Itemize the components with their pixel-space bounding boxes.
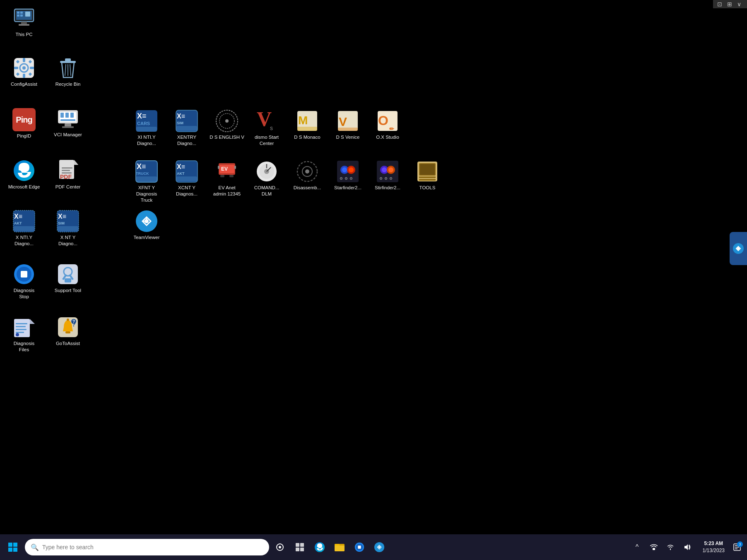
icon-starfinder1[interactable]: ⚙ ⚙ ⚙ Starfinder2... xyxy=(328,157,368,193)
svg-text:X≡: X≡ xyxy=(58,213,66,220)
clock-time: 5:23 AM xyxy=(704,540,723,547)
icon-recycle-bin[interactable]: Recycle Bin xyxy=(48,54,88,90)
task-view-button[interactable] xyxy=(271,538,289,556)
icon-diagnosis-files-label: DiagnosisFiles xyxy=(14,340,35,353)
search-bar[interactable]: 🔍 xyxy=(25,539,269,555)
icon-support-tool-label: Support Tool xyxy=(55,287,81,294)
svg-rect-126 xyxy=(16,329,27,330)
svg-rect-13 xyxy=(23,74,25,78)
icon-ds-venice[interactable]: V D S Venice xyxy=(328,107,368,143)
icon-ds-english-label: D S ENGLISH V xyxy=(210,134,244,140)
icon-support-tool[interactable]: Support Tool xyxy=(48,260,88,296)
svg-marker-123 xyxy=(30,319,35,324)
icon-ds-english[interactable]: D S ENGLISH V xyxy=(207,107,247,143)
icon-disassemb[interactable]: Disassemb... xyxy=(287,157,327,193)
icon-config-assist[interactable]: ConfigAssist xyxy=(4,54,44,90)
search-input[interactable] xyxy=(42,544,263,550)
icon-ox-studio-label: O.X Studio xyxy=(376,134,399,140)
svg-point-157 xyxy=(378,546,381,548)
icon-comando-label: COMAND...DLM xyxy=(254,185,280,197)
svg-rect-97 xyxy=(420,164,435,175)
svg-text:O: O xyxy=(378,113,388,128)
icon-tools-label: TOOLS xyxy=(419,185,436,191)
svg-rect-125 xyxy=(16,326,26,327)
svg-point-131 xyxy=(67,319,69,321)
start-button[interactable] xyxy=(2,537,23,558)
icon-dismo-start[interactable]: V s dismo StartCenter xyxy=(247,107,287,149)
icon-teamviewer[interactable]: TeamViewer xyxy=(127,207,166,243)
icon-xentry-akt2[interactable]: X≡ AKT X NTI.YDiagno... xyxy=(4,207,44,249)
svg-rect-124 xyxy=(16,323,27,324)
icon-tools[interactable]: TOOLS xyxy=(407,157,447,193)
icon-ox-studio[interactable]: O ✏ O.X Studio xyxy=(368,107,407,143)
svg-rect-38 xyxy=(62,167,72,169)
icon-pdf-center[interactable]: PDF PDF Center xyxy=(48,157,88,193)
icon-ds-monaco[interactable]: M D S Monaco xyxy=(287,107,327,143)
svg-text:⚙: ⚙ xyxy=(340,176,343,181)
icon-pdf-label: PDF Center xyxy=(55,184,81,190)
svg-rect-33 xyxy=(62,126,74,128)
icon-xentry-sim2[interactable]: X≡ SIM X NT YDiagno... xyxy=(48,207,88,249)
svg-rect-69 xyxy=(297,127,317,131)
icon-comando-dlm[interactable]: COMAND...DLM xyxy=(247,157,287,200)
svg-rect-146 xyxy=(300,543,304,547)
icon-xentry-sim1[interactable]: X≡ SIM XENTRY Diagno... xyxy=(167,107,207,149)
svg-point-128 xyxy=(16,333,19,336)
taskbar-diagnosis-icon[interactable] xyxy=(350,538,369,556)
icon-ev-anet-label: EV Anetadmin 12345 xyxy=(213,185,241,197)
icon-ping-label: PingID xyxy=(17,133,31,139)
window-controls[interactable]: ⊡ ⊞ ∨ xyxy=(717,1,743,7)
icon-xentry-cars[interactable]: X≡ CARS XI NTI.YDiagno... xyxy=(127,107,166,149)
svg-rect-5 xyxy=(20,12,23,14)
icon-this-pc[interactable]: This PC xyxy=(4,4,44,40)
svg-rect-115 xyxy=(58,226,78,231)
wifi-icon[interactable] xyxy=(663,540,678,555)
svg-rect-29 xyxy=(60,113,64,118)
taskbar-teamviewer-icon[interactable] xyxy=(370,538,388,556)
svg-rect-152 xyxy=(335,546,345,551)
svg-rect-22 xyxy=(65,58,71,61)
network-icon[interactable] xyxy=(646,540,661,555)
icon-ping-id[interactable]: Ping PingID xyxy=(4,106,44,142)
clock[interactable]: 5:23 AM 1/13/2023 xyxy=(699,538,728,556)
icon-disassemb-label: Disassemb... xyxy=(294,185,321,191)
svg-marker-159 xyxy=(684,544,688,550)
notification-badge: 3 xyxy=(737,541,743,547)
svg-rect-99 xyxy=(419,179,436,181)
widgets-button[interactable] xyxy=(291,538,309,556)
svg-rect-3 xyxy=(19,24,29,26)
svg-rect-118 xyxy=(21,271,27,278)
icon-ds-venice-label: D S Venice xyxy=(336,134,360,140)
icon-xentry-akt1[interactable]: X≡ AKT XCNT Y Diagnos... xyxy=(167,157,207,200)
icon-starfinder2[interactable]: ⚙ ⚙ ⚙ Stirfinder2... xyxy=(368,157,407,193)
svg-rect-15 xyxy=(30,67,34,69)
svg-text:SIM: SIM xyxy=(58,221,65,225)
side-panel-teamviewer[interactable] xyxy=(730,232,747,265)
top-right-widget: ⊡ ⊞ ∨ xyxy=(713,0,747,8)
svg-rect-31 xyxy=(70,113,74,118)
icon-goto-assist-label: GoToAssist xyxy=(56,340,80,347)
icon-xentry-akt1-label: XCNT Y Diagnos... xyxy=(169,185,205,197)
icon-recycle-label: Recycle Bin xyxy=(55,81,81,87)
taskbar-edge-icon[interactable] xyxy=(311,538,329,556)
svg-text:⚙: ⚙ xyxy=(389,176,393,181)
icon-microsoft-edge[interactable]: Microsoft Edge xyxy=(4,157,44,193)
taskbar-explorer-icon[interactable] xyxy=(330,538,349,556)
svg-rect-98 xyxy=(419,176,436,178)
icon-diagnosis-files[interactable]: DiagnosisFiles xyxy=(4,313,44,355)
icon-xentry-truck[interactable]: X≡ TRUCK XFNT YDiagnosisTruck xyxy=(127,157,166,206)
icon-diagnosis-stop[interactable]: DiagnosisStop xyxy=(4,260,44,302)
notification-button[interactable]: 3 xyxy=(730,540,745,555)
show-hidden-icons[interactable]: ^ xyxy=(630,540,645,555)
icon-edge-label: Microsoft Edge xyxy=(8,184,40,190)
svg-text:X≡: X≡ xyxy=(137,162,146,171)
svg-point-90 xyxy=(382,167,387,172)
icon-vci-manager[interactable]: VCI Manager xyxy=(48,104,88,140)
svg-rect-130 xyxy=(65,331,70,333)
volume-icon[interactable] xyxy=(680,540,694,555)
svg-rect-121 xyxy=(65,278,71,282)
svg-rect-111 xyxy=(14,226,34,231)
system-tray: ^ xyxy=(627,540,698,555)
icon-goto-assist[interactable]: ? ? GoToAssist xyxy=(48,313,88,349)
icon-ev-anet[interactable]: EV EV Anetadmin 12345 xyxy=(207,157,247,200)
